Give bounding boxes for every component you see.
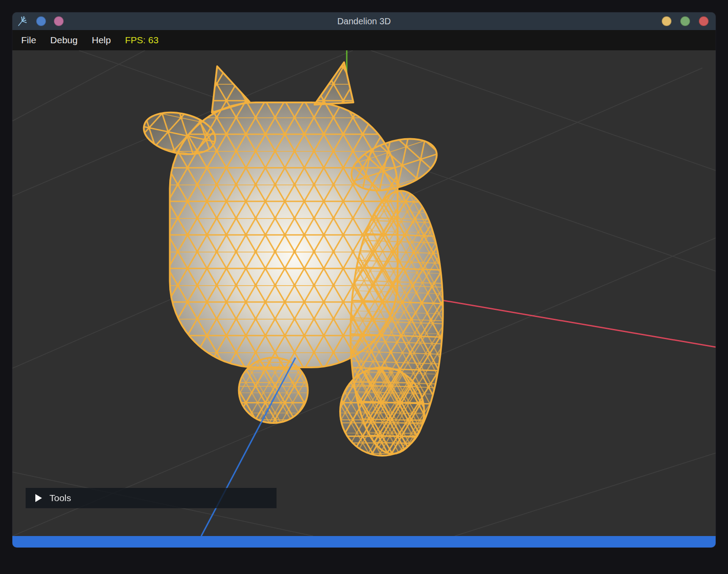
menu-bar: File Debug Help FPS: 63: [12, 30, 716, 50]
menu-help[interactable]: Help: [92, 35, 111, 45]
expand-triangle-icon: [35, 494, 42, 502]
minimize-button[interactable]: [662, 16, 671, 26]
dandelion-icon: [17, 15, 28, 27]
tools-panel-label: Tools: [49, 493, 71, 503]
viewport: Tools: [12, 50, 716, 536]
menu-debug[interactable]: Debug: [50, 35, 78, 45]
window-title: Dandelion 3D: [12, 16, 716, 26]
title-bar[interactable]: Dandelion 3D: [12, 12, 716, 30]
close-button[interactable]: [699, 16, 709, 26]
window-button-blue[interactable]: [36, 16, 46, 26]
menu-file[interactable]: File: [21, 35, 36, 45]
window-button-pink[interactable]: [54, 16, 64, 26]
cow-model: [140, 62, 447, 456]
status-bar: [12, 536, 716, 548]
3d-viewport-canvas[interactable]: [12, 50, 716, 536]
maximize-button[interactable]: [680, 16, 690, 26]
fps-counter: FPS: 63: [125, 35, 159, 45]
app-window: Dandelion 3D File Debug Help FPS: 63: [12, 12, 716, 548]
tools-panel-header[interactable]: Tools: [26, 488, 277, 508]
